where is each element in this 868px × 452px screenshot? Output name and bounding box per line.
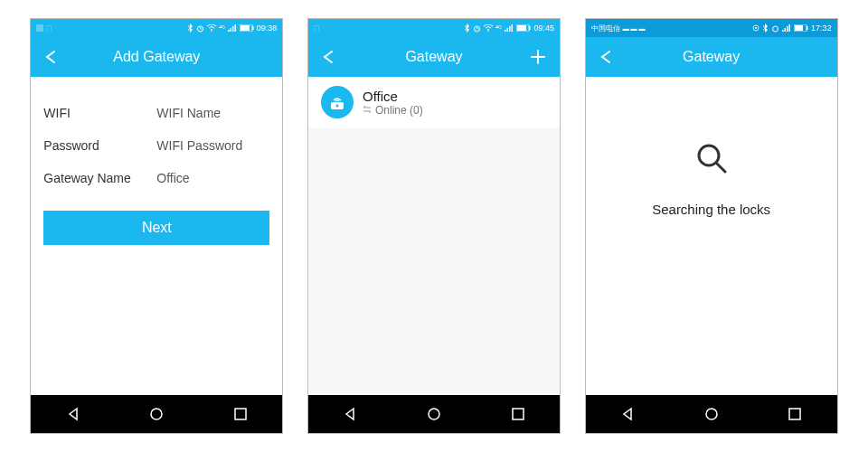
status-time: 17:32 (811, 24, 832, 33)
svg-rect-5 (232, 26, 234, 32)
svg-rect-24 (513, 409, 524, 419)
wifi-icon (207, 24, 216, 32)
android-nav-bar (586, 395, 837, 433)
svg-rect-30 (787, 26, 788, 32)
status-bar: 中国电信 ▬ ▬ ▬ 17:32 (586, 19, 837, 37)
svg-rect-33 (795, 25, 803, 31)
phone-searching: 中国电信 ▬ ▬ ▬ 17:32 Gateway (585, 18, 838, 434)
signal-icon: ⁴ᴳ (495, 24, 502, 33)
svg-rect-11 (235, 409, 246, 419)
status-carrier: ⬚ (314, 24, 320, 32)
status-indicators: ⁴ᴳ 09:38 (187, 24, 278, 33)
status-time: 09:38 (257, 24, 278, 33)
back-button[interactable] (40, 46, 61, 68)
status-bar: ⬚ ⁴ᴳ 09:45 (308, 19, 560, 37)
nav-recent-button[interactable] (785, 404, 805, 424)
alarm-icon (771, 24, 779, 33)
svg-point-35 (699, 146, 719, 165)
svg-rect-15 (507, 28, 509, 32)
signal-bars-icon (228, 24, 237, 32)
app-bar: Gateway (308, 37, 560, 77)
page-title: Add Gateway (31, 49, 282, 65)
password-label: Password (43, 138, 99, 153)
svg-point-13 (488, 30, 490, 32)
signal-bars-icon (505, 24, 514, 32)
svg-rect-28 (782, 30, 784, 32)
svg-rect-9 (252, 26, 254, 30)
svg-rect-6 (234, 24, 236, 32)
svg-rect-20 (529, 26, 531, 30)
wifi-icon (484, 24, 493, 32)
svg-rect-31 (789, 24, 791, 32)
svg-rect-0 (36, 24, 43, 32)
phone-add-gateway: ⬚ ⁴ᴳ 09:38 Add Gateway (30, 18, 283, 434)
svg-point-37 (706, 409, 717, 419)
next-button[interactable]: Next (43, 211, 269, 245)
wifi-field[interactable]: WIFI WIFI Name (43, 97, 269, 129)
phone-gateway-list: ⬚ ⁴ᴳ 09:45 Gateway (307, 18, 561, 434)
gateway-icon (321, 86, 354, 118)
status-bar: ⬚ ⁴ᴳ 09:38 (31, 19, 282, 37)
svg-rect-29 (785, 28, 787, 32)
password-field[interactable]: Password WIFI Password (43, 129, 269, 162)
nav-back-button[interactable] (618, 404, 637, 424)
svg-rect-34 (807, 26, 808, 30)
wifi-value: WIFI Name (156, 106, 269, 120)
svg-rect-4 (230, 28, 231, 32)
status-indicators: 17:32 (752, 24, 832, 33)
svg-point-10 (151, 409, 162, 419)
search-icon (693, 140, 730, 176)
svg-rect-17 (512, 24, 514, 32)
battery-icon (794, 24, 808, 32)
password-value: WIFI Password (156, 138, 269, 153)
bluetooth-icon (187, 24, 193, 33)
location-icon (752, 24, 760, 32)
nav-home-button[interactable] (146, 404, 166, 424)
app-bar: Add Gateway (31, 37, 282, 77)
svg-point-23 (429, 409, 439, 419)
gateway-name-label: Gateway Name (43, 171, 130, 185)
nav-back-button[interactable] (63, 404, 83, 424)
status-carrier: 中国电信 ▬ ▬ ▬ (591, 24, 646, 33)
status-carrier: ⬚ (36, 24, 52, 32)
gateway-name-field[interactable]: Gateway Name Office (43, 162, 269, 194)
alarm-icon (473, 24, 481, 33)
gateway-list-item[interactable]: Office Online (0) (308, 77, 560, 127)
page-title: Gateway (308, 49, 560, 65)
svg-point-27 (773, 26, 778, 32)
svg-point-2 (211, 30, 212, 32)
svg-rect-8 (241, 25, 250, 31)
add-gateway-button[interactable] (527, 46, 549, 68)
android-nav-bar (308, 395, 560, 433)
svg-rect-19 (517, 25, 526, 31)
content-area: Office Online (0) (308, 77, 560, 395)
back-button[interactable] (595, 46, 617, 68)
nav-recent-button[interactable] (508, 404, 528, 424)
alarm-icon (196, 24, 204, 33)
status-time: 09:45 (533, 24, 554, 33)
signal-icon: ⁴ᴳ (219, 24, 225, 33)
android-nav-bar (31, 395, 282, 433)
svg-rect-16 (509, 26, 511, 32)
back-button[interactable] (317, 46, 339, 68)
bluetooth-icon (464, 24, 470, 33)
nav-home-button[interactable] (702, 404, 722, 424)
content-area: Searching the locks (586, 77, 837, 395)
content-area: WIFI WIFI Name Password WIFI Password Ga… (31, 77, 282, 395)
nav-home-button[interactable] (424, 404, 444, 424)
svg-point-26 (755, 27, 757, 29)
svg-point-22 (335, 105, 338, 108)
svg-rect-38 (789, 409, 800, 419)
bluetooth-icon (762, 24, 769, 33)
wifi-label: WIFI (43, 106, 71, 120)
nav-recent-button[interactable] (231, 404, 250, 424)
svg-rect-3 (228, 30, 230, 32)
svg-rect-14 (505, 30, 506, 32)
app-bar: Gateway (586, 37, 837, 77)
gateway-status: Online (0) (363, 104, 423, 117)
status-indicators: ⁴ᴳ 09:45 (464, 24, 554, 33)
signal-bars-icon (782, 24, 791, 32)
searching-label: Searching the locks (652, 202, 770, 217)
nav-back-button[interactable] (340, 404, 360, 424)
sync-icon (363, 104, 372, 117)
